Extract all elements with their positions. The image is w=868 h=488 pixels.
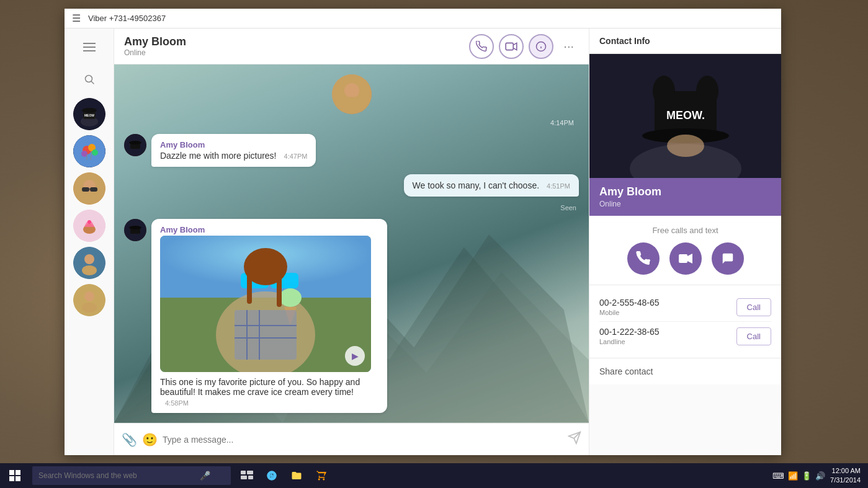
battery-icon: 🔋 <box>802 471 812 481</box>
chat-header: Amy Bloom Online <box>114 29 589 64</box>
free-video-call-button[interactable] <box>669 242 702 275</box>
call-landline-button[interactable]: Call <box>736 327 771 345</box>
svg-point-71 <box>696 76 718 107</box>
sidebar-menu-button[interactable] <box>78 36 101 58</box>
svg-point-5 <box>82 108 97 113</box>
svg-point-70 <box>653 76 675 107</box>
message-text: This one is my favorite picture of you. … <box>160 377 378 397</box>
call-mobile-button[interactable]: Call <box>736 298 771 316</box>
emoji-button[interactable]: 🙂 <box>142 432 158 447</box>
sidebar-item-contact-5[interactable] <box>73 247 105 279</box>
message-time: 4:51PM <box>547 182 570 190</box>
svg-point-56 <box>279 288 302 307</box>
contact-photo: MEOW. <box>589 54 781 178</box>
contact-name: Amy Bloom <box>599 185 771 198</box>
contact-info-panel: Contact Info MEOW. <box>589 29 781 455</box>
chat-input-area: 📎 🙂 <box>114 423 589 455</box>
message-input[interactable] <box>163 435 563 445</box>
phone-numbers-section: 00-2-555-48-65 Mobile Call 00-1-222-38-6… <box>589 285 781 358</box>
start-button[interactable] <box>0 463 30 488</box>
contact-list: MEOW <box>73 98 105 316</box>
image-action-button[interactable]: ▶ <box>345 346 365 366</box>
app-body: MEOW <box>65 29 781 455</box>
sidebar-item-contact-6[interactable] <box>73 284 105 316</box>
taskbar-app-multidesktop[interactable] <box>236 464 258 487</box>
svg-rect-19 <box>82 187 89 192</box>
menu-line <box>83 47 96 48</box>
sidebar: MEOW <box>65 29 114 455</box>
svg-rect-31 <box>506 43 514 50</box>
svg-rect-20 <box>90 187 97 192</box>
phone-number-row: 00-2-555-48-65 Mobile Call <box>599 293 771 322</box>
phone-number-info: 00-2-555-48-65 Mobile <box>599 298 660 316</box>
taskbar: 🎤 e <box>0 463 868 488</box>
taskbar-app-explorer[interactable] <box>285 464 308 487</box>
chat-area: Amy Bloom Online <box>114 29 589 455</box>
svg-point-48 <box>129 226 141 229</box>
phone-number-row: 00-1-222-38-65 Landline Call <box>599 322 771 350</box>
app-window: ☰ Viber +731-49502367 <box>65 9 781 455</box>
svg-point-29 <box>84 291 94 301</box>
free-calls-buttons <box>599 242 771 275</box>
message-text: Dazzle me with more pictures! <box>160 151 277 161</box>
svg-rect-61 <box>235 310 297 360</box>
contact-name-bar: Amy Bloom Online <box>589 178 781 216</box>
message-bubble-with-image: Amy Bloom <box>151 219 387 413</box>
message-bubble: Amy Bloom Dazzle me with more pictures! … <box>151 134 316 167</box>
svg-text:MEOW.: MEOW. <box>666 109 705 122</box>
sidebar-search-button[interactable] <box>78 68 101 91</box>
video-call-button[interactable] <box>499 34 524 59</box>
taskbar-search[interactable]: 🎤 <box>32 466 231 485</box>
title-bar: ☰ Viber +731-49502367 <box>65 9 781 29</box>
free-calls-section: Free calls and text <box>589 216 781 285</box>
send-button[interactable] <box>568 431 581 448</box>
more-options-button[interactable]: ··· <box>558 37 579 56</box>
chat-header-info: Amy Bloom Online <box>124 35 469 57</box>
svg-point-13 <box>92 149 98 156</box>
contact-info-title: Contact Info <box>589 29 781 54</box>
attach-button[interactable]: 📎 <box>122 432 137 447</box>
voice-call-button[interactable] <box>469 34 494 59</box>
free-voice-call-button[interactable] <box>627 242 660 275</box>
wifi-icon: 📶 <box>788 471 798 481</box>
svg-rect-76 <box>679 254 687 263</box>
taskbar-search-input[interactable] <box>38 471 200 480</box>
titlebar-menu-icon[interactable]: ☰ <box>72 12 81 24</box>
svg-point-75 <box>667 135 704 157</box>
message-seen-status: Seen <box>124 204 576 211</box>
message-image: ▶ <box>160 236 371 372</box>
menu-line <box>83 50 96 51</box>
message-row: MEOW Amy Bloom <box>124 219 579 413</box>
contact-status: Online <box>599 200 771 208</box>
taskbar-app-store[interactable] <box>310 464 333 487</box>
svg-rect-60 <box>277 264 282 307</box>
message-avatar: MEOW <box>124 219 146 241</box>
phone-number-info: 00-1-222-38-65 Landline <box>599 327 660 345</box>
volume-icon: 🔊 <box>815 471 825 481</box>
share-contact-button[interactable]: Share contact <box>599 366 653 376</box>
sidebar-item-contact-1[interactable]: MEOW <box>73 98 105 130</box>
phone-type: Landline <box>599 338 660 345</box>
start-icon <box>9 470 20 481</box>
messages-content: 4:14PM MEOW Amy Bloom <box>124 74 579 413</box>
top-timestamp: 4:14PM <box>124 119 579 126</box>
svg-rect-78 <box>241 471 246 474</box>
clock-date: 7/31/2014 <box>830 476 861 485</box>
chat-header-actions: ··· <box>469 34 579 59</box>
svg-point-26 <box>84 254 94 264</box>
message-time: 4:47PM <box>284 153 308 160</box>
sidebar-item-contact-3[interactable] <box>73 172 105 205</box>
svg-point-30 <box>82 303 97 313</box>
message-time: 4:58PM <box>165 399 189 407</box>
info-button[interactable] <box>529 34 553 59</box>
taskbar-system-icons: ⌨ 📶 🔋 🔊 <box>772 471 825 481</box>
taskbar-app-edge[interactable]: e <box>261 464 283 487</box>
sidebar-item-contact-4[interactable] <box>73 210 105 242</box>
sidebar-item-contact-2[interactable] <box>73 135 105 167</box>
keyboard-icon: ⌨ <box>772 471 784 481</box>
svg-rect-81 <box>248 476 253 479</box>
svg-text:e: e <box>270 472 273 479</box>
chat-contact-status: Online <box>124 48 469 57</box>
free-chat-button[interactable] <box>712 242 744 275</box>
free-calls-title: Free calls and text <box>599 226 771 235</box>
